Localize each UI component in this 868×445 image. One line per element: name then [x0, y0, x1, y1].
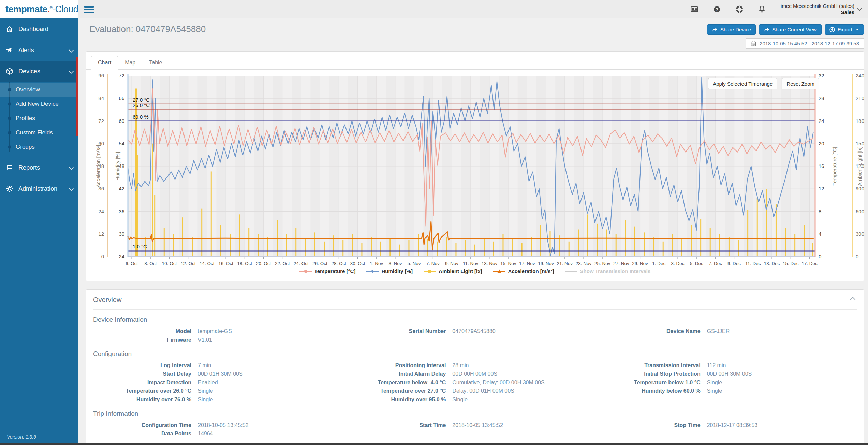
apply-timerange-button[interactable]: Apply Selected Timerange [708, 78, 777, 89]
divider [93, 309, 857, 310]
info-cell: Temperature over 27.0 °CDelay: 00D 01H 0… [348, 387, 602, 395]
logo[interactable]: tempmate.®-Cloud [0, 0, 78, 18]
threshold-label: 26.0 °C [133, 102, 150, 108]
info-cell: Temperature below 1.0 °CSingle [602, 378, 857, 387]
top-bar: tempmate.®-Cloud ? imec Messtechnik GmbH… [0, 0, 868, 18]
support-icon[interactable] [736, 5, 743, 13]
x-tick-label: 15. Nov [500, 261, 516, 266]
sidebar-item-overview[interactable]: Overview [0, 83, 78, 97]
humidity-tick-label: 36 [119, 209, 124, 214]
news-icon[interactable] [691, 5, 698, 13]
sub-item-label: Profiles [16, 115, 35, 121]
legend-item-acceleration[interactable]: Acceleration [m/s²] [493, 268, 554, 274]
daterange-picker[interactable]: 2018-10-05 15:45:52 - 2018-12-17 09:39:5… [746, 38, 864, 49]
caret-down-icon [856, 29, 859, 30]
sidebar-item-profiles[interactable]: Profiles [0, 111, 78, 126]
x-tick-label: 1. Dec [652, 261, 665, 266]
share-current-view-button[interactable]: Share Current View [759, 24, 822, 35]
x-tick-label: 30. Oct [350, 261, 365, 266]
sidebar-item-label: Dashboard [18, 26, 48, 33]
x-tick-label: 1. Nov [370, 261, 383, 266]
info-value: tempmate-GS [198, 327, 232, 335]
legend-label: Show Transmission Intervals [580, 268, 651, 274]
x-tick-label: 5. Dec [690, 261, 703, 266]
sidebar-item-reports[interactable]: Reports [0, 157, 78, 178]
info-cell: Impact DetectionEnabled [93, 378, 348, 387]
main-content: Evaluation: 0470479A545880 Share Device … [78, 18, 868, 445]
account-menu[interactable]: imec Messtechnik GmbH (sales) Sales [781, 3, 861, 15]
light-tick-label: 2400 [856, 73, 864, 78]
sidebar-item-alerts[interactable]: Alerts [0, 40, 78, 61]
sidebar-item-add-new-device[interactable]: Add New Device [0, 97, 78, 111]
info-label: Start Time [348, 421, 452, 429]
export-button[interactable]: Export [825, 24, 864, 35]
info-row: Start Delay00D 01H 30M 00SInitial Alarm … [93, 370, 857, 378]
collapse-chevron-icon[interactable] [850, 297, 856, 302]
x-tick-label: 17. Nov [519, 261, 535, 266]
legend-label: Temperature [°C] [314, 268, 356, 274]
temperature-tick-label: 28 [819, 95, 824, 101]
info-cell-empty [602, 335, 857, 344]
chart-svg: 27.0 °C26.0 °C60.0 %1.0 °C96847260483624… [86, 70, 864, 268]
notifications-icon[interactable] [758, 5, 766, 13]
humidity-tick-label: 24 [119, 254, 124, 259]
light-tick-label: 2100 [856, 95, 864, 101]
info-row: Humidity over 76.0 %SingleHumidity over … [93, 395, 857, 404]
horizontal-scrollbar[interactable] [0, 443, 868, 445]
sidebar-item-devices[interactable]: Devices [0, 61, 78, 82]
chevron-down-icon [69, 48, 74, 53]
acceleration-tick-label: 24 [98, 209, 104, 214]
timeseries-chart[interactable]: 27.0 °C26.0 °C60.0 %1.0 °C96847260483624… [86, 70, 864, 268]
x-tick-label: 28. Oct [332, 261, 347, 266]
info-value: 112 min. [707, 361, 727, 370]
menu-toggle-icon[interactable] [84, 5, 94, 14]
info-label: Initial Alarm Delay [348, 370, 452, 378]
info-value: 2018-10-05 13:45:52 [198, 421, 249, 429]
info-value: V1.01 [198, 335, 212, 344]
x-tick-label: 8. Oct [144, 261, 157, 266]
share-device-button[interactable]: Share Device [707, 24, 756, 35]
info-cell: Start Time2018-10-05 13:45:52 [348, 421, 602, 429]
info-cell-empty [348, 429, 602, 438]
sidebar-item-label: Alerts [18, 47, 34, 54]
acceleration-tick-label: 84 [98, 95, 104, 101]
acceleration-tick-label: 96 [98, 73, 104, 78]
legend-item-humidity[interactable]: Humidity [%] [366, 268, 413, 274]
sidebar-item-dashboard[interactable]: Dashboard [0, 18, 78, 40]
help-icon[interactable]: ? [713, 5, 721, 13]
sidebar: Dashboard Alerts Devices Overview Add Ne… [0, 18, 78, 445]
svg-text:?: ? [716, 7, 718, 12]
legend-item-temperature[interactable]: Temperature [°C] [299, 268, 356, 274]
info-value: 00D 00H 30M 00S [707, 370, 752, 378]
logo-text: tempmate.®-Cloud [5, 4, 78, 15]
active-section-accent-bar [76, 57, 78, 136]
reset-zoom-button[interactable]: Reset Zoom [782, 78, 819, 89]
info-cell: Serial Number0470479A545880 [348, 327, 602, 335]
info-label: Stop Time [602, 421, 707, 429]
sidebar-item-administration[interactable]: Administration [0, 178, 78, 199]
info-value: Single [452, 395, 467, 404]
legend-label: Acceleration [m/s²] [508, 268, 554, 274]
sidebar-item-groups[interactable]: Groups [0, 140, 78, 154]
share-device-label: Share Device [720, 27, 751, 32]
info-value: Delay: 00D 01H 00M 00S [452, 387, 514, 395]
sidebar-item-custom-fields[interactable]: Custom Fields [0, 126, 78, 140]
legend-item-light[interactable]: Ambient Light [lx] [424, 268, 482, 274]
x-tick-label: 7. Dec [709, 261, 722, 266]
legend-label: Ambient Light [lx] [439, 268, 482, 274]
tab-chart[interactable]: Chart [91, 56, 118, 70]
chevron-down-icon [69, 165, 74, 170]
legend-item-transmission-intervals[interactable]: Show Transmission Intervals [565, 268, 651, 274]
x-tick-label: 23. Nov [576, 261, 592, 266]
info-label: Humidity below 60.0 % [602, 387, 707, 395]
tab-map[interactable]: Map [118, 56, 142, 70]
sidebar-item-label: Administration [18, 185, 57, 192]
x-tick-label: 3. Dec [671, 261, 684, 266]
sub-item-label: Overview [16, 86, 40, 93]
x-tick-label: 19. Nov [538, 261, 554, 266]
humidity-tick-label: 60 [119, 118, 124, 124]
humidity-tick-label: 30 [119, 231, 124, 237]
tab-table[interactable]: Table [142, 56, 169, 70]
x-tick-label: 13. Nov [482, 261, 498, 266]
info-label: Transmission Interval [602, 361, 707, 370]
